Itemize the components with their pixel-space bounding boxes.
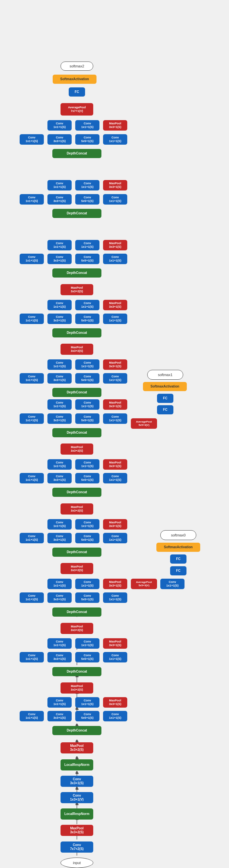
inc8-conv1x1b-r2: Conv1x1+1(S) <box>75 638 99 649</box>
inc3-conv1x1b: Conv1x1+1(S) <box>103 373 127 383</box>
inc2-conv1x1b-r2: Conv1x1+1(S) <box>75 300 99 310</box>
softmax1-avgpool: AveragePool5x5+3(V) <box>131 418 157 429</box>
top1-conv3x3: Conv3x3+1(S) <box>47 134 72 145</box>
top1-conv1x1b: Conv1x1+1(S) <box>103 134 127 145</box>
inc7-conv5x5: Conv5x5+1(S) <box>75 592 99 603</box>
maxpool-after-inc2: MaxPool3x3+2(S) <box>61 284 93 295</box>
top2-conv1x1: Conv1x1+1(S) <box>20 194 44 205</box>
fc-top: FC <box>69 87 85 97</box>
inc1-conv3x3: Conv3x3+1(S) <box>47 254 72 264</box>
depthconcat-7: DepthConcat <box>52 608 101 617</box>
inc9-maxpool: MaxPool3x3+1(S) <box>103 697 127 708</box>
localrespnorm-bot2: LocalRespNorm <box>61 760 93 771</box>
inc6-conv1x1b: Conv1x1+1(S) <box>103 533 127 543</box>
inc4-conv1x1b: Conv1x1+1(S) <box>103 413 127 424</box>
fc-bot2: FC <box>170 566 187 576</box>
inc4-conv1x1-r2: Conv1x1+1(S) <box>47 399 72 410</box>
top2-conv1x1-r2: Conv1x1+1(S) <box>47 180 72 190</box>
inc7-conv1x1: Conv1x1+1(S) <box>20 592 44 603</box>
inc8-conv1x1b: Conv1x1+1(S) <box>103 652 127 662</box>
inc1-conv1x1-r2: Conv1x1+1(S) <box>47 240 72 250</box>
inc4-conv1x1b-r2: Conv1x1+1(S) <box>75 399 99 410</box>
top2-conv5x5: Conv5x5+1(S) <box>75 194 99 205</box>
inc9-conv5x5: Conv5x5+1(S) <box>75 711 99 721</box>
inc5-conv3x3: Conv3x3+1(S) <box>47 473 72 484</box>
inc7-conv3x3: Conv3x3+1(S) <box>47 592 72 603</box>
inc9-conv1x1b-r2: Conv1x1+1(S) <box>75 697 99 708</box>
maxpool-after-inc7: MaxPool3x3+2(S) <box>61 563 93 574</box>
inc2-maxpool: MaxPool3x3+1(S) <box>103 300 127 310</box>
maxpool-after-inc6: MaxPool3x3+2(S) <box>61 503 93 515</box>
depthconcat-8: DepthConcat <box>52 667 101 676</box>
inc9-conv1x1-r2: Conv1x1+1(S) <box>47 697 72 708</box>
top1-conv1x1-r2: Conv1x1+1(S) <box>47 120 72 131</box>
depthconcat-2: DepthConcat <box>52 328 101 337</box>
inc4-conv1x1: Conv1x1+1(S) <box>20 413 44 424</box>
inc3-conv3x3: Conv3x3+1(S) <box>47 373 72 383</box>
maxpool-after-inc5: MaxPool3x3+2(S) <box>61 443 93 455</box>
softmax0-avgpool: AveragePool5x5+3(V) <box>131 579 157 589</box>
conv-7x7-2s: Conv7x7+2(S) <box>61 841 93 852</box>
inc2-conv3x3: Conv3x3+1(S) <box>47 314 72 324</box>
inc1-maxpool: MaxPool3x3+1(S) <box>103 240 127 250</box>
top1-maxpool: MaxPool3x3+1(S) <box>103 120 127 131</box>
softmax-act-1: SoftmaxActivation <box>143 382 187 391</box>
top2-conv3x3: Conv3x3+1(S) <box>47 194 72 205</box>
fc-mid2: FC <box>157 405 173 414</box>
depthconcat-5: DepthConcat <box>52 488 101 497</box>
inc1-conv1x1b: Conv1x1+1(S) <box>103 254 127 264</box>
softmax0-conv1x1: Conv1x1+1(S) <box>160 579 185 589</box>
diagram: input Conv7x7+2(S) MaxPool3x3+2(S) Local… <box>0 0 229 868</box>
inc2-conv1x1: Conv1x1+1(S) <box>20 314 44 324</box>
inc9-conv1x1: Conv1x1+1(S) <box>20 711 44 721</box>
inc4-maxpool: MaxPool3x3+1(S) <box>103 399 127 410</box>
inc2-conv5x5: Conv5x5+1(S) <box>75 314 99 324</box>
softmax0-label: softmax0 <box>160 530 196 540</box>
inc5-conv5x5: Conv5x5+1(S) <box>75 473 99 484</box>
inc6-conv1x1b-r2: Conv1x1+1(S) <box>75 519 99 530</box>
inc5-conv1x1b: Conv1x1+1(S) <box>103 473 127 484</box>
softmax-act-0: SoftmaxActivation <box>156 542 200 552</box>
inc7-conv1x1b: Conv1x1+1(S) <box>103 592 127 603</box>
depthconcat-6: DepthConcat <box>52 548 101 557</box>
inc8-conv1x1: Conv1x1+1(S) <box>20 652 44 662</box>
inc1-conv5x5: Conv5x5+1(S) <box>75 254 99 264</box>
inc6-conv1x1: Conv1x1+1(S) <box>20 533 44 543</box>
inc8-conv3x3: Conv3x3+1(S) <box>47 652 72 662</box>
depthconcat-top1: DepthConcat <box>52 149 101 158</box>
fc-bot1: FC <box>170 554 187 564</box>
inc6-maxpool: MaxPool3x3+1(S) <box>103 519 127 530</box>
inc9-conv3x3: Conv3x3+1(S) <box>47 711 72 721</box>
inc4-conv5x5: Conv5x5+1(S) <box>75 413 99 424</box>
inc5-conv1x1: Conv1x1+1(S) <box>20 473 44 484</box>
inc3-conv5x5: Conv5x5+1(S) <box>75 373 99 383</box>
depthconcat-top2: DepthConcat <box>52 209 101 218</box>
localrespnorm-bot: LocalRespNorm <box>61 808 93 819</box>
top1-conv1x1: Conv1x1+1(S) <box>20 134 44 145</box>
maxpool-after-inc3: MaxPool3x3+2(S) <box>61 344 93 355</box>
conv-3x3-1s-bot: Conv3x3+1(S) <box>61 776 93 787</box>
inc6-conv3x3: Conv3x3+1(S) <box>47 533 72 543</box>
depthconcat-1: DepthConcat <box>52 269 101 278</box>
inc6-conv5x5: Conv5x5+1(S) <box>75 533 99 543</box>
inc3-conv1x1: Conv1x1+1(S) <box>20 373 44 383</box>
inc8-conv5x5: Conv5x5+1(S) <box>75 652 99 662</box>
softmax2-label: softmax2 <box>61 62 93 71</box>
maxpool-after-inc8: MaxPool3x3+2(S) <box>61 623 93 634</box>
top1-conv1x1b-r2: Conv1x1+1(S) <box>75 120 99 131</box>
depthconcat-4: DepthConcat <box>52 428 101 437</box>
top2-maxpool: MaxPool3x3+1(S) <box>103 180 127 190</box>
input-node: input <box>61 858 93 868</box>
avgpool-top: AveragePool7x7+1(V) <box>61 103 93 116</box>
top1-conv5x5: Conv5x5+1(S) <box>75 134 99 145</box>
inc3-conv1x1b-r2: Conv1x1+1(S) <box>75 360 99 370</box>
top2-conv1x1b-r2: Conv1x1+1(S) <box>75 180 99 190</box>
maxpool-3x3-2s-bot: MaxPool3x3+2(S) <box>61 825 93 836</box>
inc8-maxpool: MaxPool3x3+1(S) <box>103 638 127 649</box>
maxpool-after-inc9: MaxPool3x3+2(S) <box>61 682 93 693</box>
inc1-conv1x1: Conv1x1+1(S) <box>20 254 44 264</box>
inc9-conv1x1b: Conv1x1+1(S) <box>103 711 127 721</box>
inc5-conv1x1-r2: Conv1x1+1(S) <box>47 459 72 470</box>
inc1-conv1x1b-r2: Conv1x1+1(S) <box>75 240 99 250</box>
depthconcat-9: DepthConcat <box>52 726 101 735</box>
